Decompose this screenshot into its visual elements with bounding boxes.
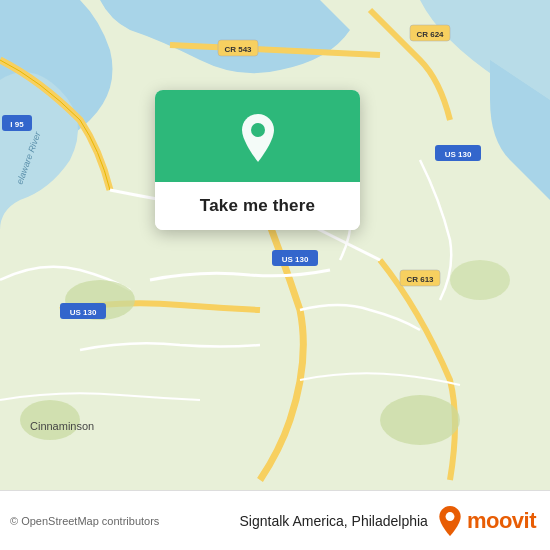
moovit-brand-text: moovit (467, 508, 536, 534)
moovit-logo-icon (436, 505, 464, 537)
svg-text:CR 613: CR 613 (406, 275, 434, 284)
svg-text:US 130: US 130 (70, 308, 97, 317)
svg-text:I 95: I 95 (10, 120, 24, 129)
moovit-logo: moovit (436, 505, 536, 537)
bottom-bar: © OpenStreetMap contributors Signtalk Am… (0, 490, 550, 550)
popup-card: Take me there (155, 90, 360, 230)
svg-text:Cinnaminson: Cinnaminson (30, 420, 94, 432)
svg-text:US 130: US 130 (445, 150, 472, 159)
svg-point-4 (450, 260, 510, 300)
take-me-there-button[interactable]: Take me there (155, 182, 360, 230)
app-name: Signtalk America, Philadelphia (240, 513, 428, 529)
location-pin-icon (236, 112, 280, 164)
app-info: Signtalk America, Philadelphia moovit (240, 505, 536, 537)
popup-map-area (155, 90, 360, 182)
map-attribution: © OpenStreetMap contributors (10, 515, 159, 527)
svg-point-21 (251, 123, 265, 137)
map-container: I 95 CR 543 CR 624 US 130 US 130 US 130 … (0, 0, 550, 490)
map-svg: I 95 CR 543 CR 624 US 130 US 130 US 130 … (0, 0, 550, 490)
svg-point-22 (445, 512, 454, 521)
svg-text:CR 543: CR 543 (224, 45, 252, 54)
svg-text:CR 624: CR 624 (416, 30, 444, 39)
svg-point-2 (380, 395, 460, 445)
svg-text:US 130: US 130 (282, 255, 309, 264)
